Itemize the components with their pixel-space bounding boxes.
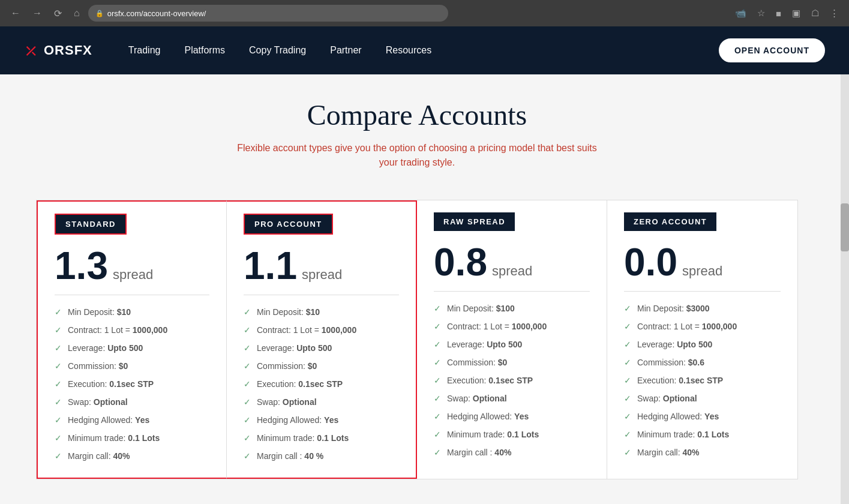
feature-value: Optional <box>94 397 128 407</box>
badge-standard: STANDARD <box>55 214 127 235</box>
url-text: orsfx.com/account-overview/ <box>107 9 206 18</box>
scroll-thumb[interactable] <box>841 203 849 251</box>
list-item: ✓Execution: 0.1sec STP <box>434 376 590 385</box>
feature-value: Upto 500 <box>107 343 143 353</box>
extensions-button[interactable]: ■ <box>773 7 784 20</box>
list-item: ✓Commission: $0.6 <box>624 358 781 367</box>
list-item: ✓Swap: Optional <box>55 397 209 407</box>
check-icon: ✓ <box>624 340 631 349</box>
feature-value: 1000,000 <box>133 325 167 335</box>
feature-value: 0.1sec STP <box>298 379 343 389</box>
check-icon: ✓ <box>434 376 441 385</box>
check-icon: ✓ <box>244 325 251 335</box>
main-content: Compare Accounts Flexible account types … <box>0 74 834 503</box>
nav-platforms[interactable]: Platforms <box>184 45 225 56</box>
list-item: ✓Leverage: Upto 500 <box>244 343 399 353</box>
feature-value: Yes <box>704 412 719 421</box>
open-account-button[interactable]: OPEN ACCOUNT <box>719 38 825 62</box>
feature-value: Yes <box>135 415 149 425</box>
spread-label-standard: spread <box>113 267 153 283</box>
feature-list-zero: ✓Min Deposit: $3000 ✓Contract: 1 Lot = 1… <box>624 304 781 457</box>
list-item: ✓Execution: 0.1sec STP <box>624 376 781 385</box>
list-item: ✓Min Deposit: $10 <box>55 307 209 317</box>
list-item: ✓Min Deposit: $100 <box>434 304 590 313</box>
nav-resources[interactable]: Resources <box>386 45 431 56</box>
spread-divider <box>244 295 399 295</box>
feature-value: 40% <box>113 451 130 461</box>
check-icon: ✓ <box>244 343 251 353</box>
hero-section: Compare Accounts Flexible account types … <box>36 98 798 170</box>
window-button[interactable]: ▣ <box>789 7 803 20</box>
spread-label-pro: spread <box>302 267 342 283</box>
back-button[interactable]: ← <box>7 5 24 21</box>
feature-value: 1000,000 <box>322 325 356 335</box>
account-card-standard: STANDARD 1.3 spread ✓Min Deposit: $10 ✓C… <box>37 200 227 479</box>
list-item: ✓Minimum trade: 0.1 Lots <box>624 430 781 439</box>
feature-value: $0 <box>498 358 508 367</box>
bookmark-button[interactable]: ☆ <box>754 7 768 20</box>
feature-value: 40 % <box>304 451 323 461</box>
check-icon: ✓ <box>244 379 251 389</box>
feature-value: 0.1sec STP <box>109 379 154 389</box>
navbar: ⤫ ORSFX Trading Platforms Copy Trading P… <box>0 26 849 74</box>
nav-copy-trading[interactable]: Copy Trading <box>249 45 306 56</box>
subtitle-line2: your trading style. <box>379 157 455 167</box>
account-card-raw: RAW SPREAD 0.8 spread ✓Min Deposit: $100… <box>417 200 607 479</box>
spread-number-zero: 0.0 <box>624 243 677 281</box>
feature-value: Upto 500 <box>677 340 712 349</box>
list-item: ✓Commission: $0 <box>434 358 590 367</box>
check-icon: ✓ <box>624 376 631 385</box>
check-icon: ✓ <box>434 430 441 439</box>
feature-value: $100 <box>496 304 515 313</box>
spread-number-pro: 1.1 <box>244 247 297 285</box>
list-item: ✓Swap: Optional <box>624 394 781 403</box>
check-icon: ✓ <box>434 394 441 403</box>
scrollbar[interactable] <box>841 74 849 504</box>
list-item: ✓Contract: 1 Lot = 1000,000 <box>434 322 590 331</box>
spread-raw: 0.8 spread <box>434 243 590 281</box>
check-icon: ✓ <box>624 448 631 457</box>
check-icon: ✓ <box>624 394 631 403</box>
menu-button[interactable]: ⋮ <box>827 7 842 20</box>
browser-actions: 📹 ☆ ■ ▣ ☖ ⋮ <box>732 7 842 20</box>
account-card-zero: ZERO ACCOUNT 0.0 spread ✓Min Deposit: $3… <box>607 200 797 479</box>
refresh-button[interactable]: ⟳ <box>50 5 65 22</box>
spread-number-raw: 0.8 <box>434 243 487 281</box>
feature-value: Yes <box>514 412 529 421</box>
list-item: ✓Hedging Allowed: Yes <box>624 412 781 421</box>
feature-list-standard: ✓Min Deposit: $10 ✓Contract: 1 Lot = 100… <box>55 307 209 461</box>
list-item: ✓Hedging Allowed: Yes <box>55 415 209 425</box>
check-icon: ✓ <box>244 361 251 371</box>
nav-trading[interactable]: Trading <box>128 45 161 56</box>
check-icon: ✓ <box>55 433 62 443</box>
logo-icon: ⤫ <box>24 41 38 61</box>
list-item: ✓Leverage: Upto 500 <box>434 340 590 349</box>
check-icon: ✓ <box>55 379 62 389</box>
check-icon: ✓ <box>434 448 441 457</box>
nav-partner[interactable]: Partner <box>330 45 361 56</box>
list-item: ✓Commission: $0 <box>244 361 399 371</box>
feature-value: 40% <box>494 448 511 457</box>
check-icon: ✓ <box>624 412 631 421</box>
badge-pro: PRO ACCOUNT <box>244 214 333 235</box>
check-icon: ✓ <box>624 322 631 331</box>
account-card-pro: PRO ACCOUNT 1.1 spread ✓Min Deposit: $10… <box>227 200 417 479</box>
profile-button[interactable]: ☖ <box>808 7 822 20</box>
list-item: ✓Commission: $0 <box>55 361 209 371</box>
forward-button[interactable]: → <box>29 5 46 21</box>
lock-icon: 🔒 <box>95 10 104 17</box>
check-icon: ✓ <box>434 412 441 421</box>
spread-standard: 1.3 spread <box>55 247 209 285</box>
home-button[interactable]: ⌂ <box>70 5 83 21</box>
check-icon: ✓ <box>434 304 441 313</box>
list-item: ✓Leverage: Upto 500 <box>55 343 209 353</box>
translate-button[interactable]: 📹 <box>732 7 749 20</box>
address-bar[interactable]: 🔒 orsfx.com/account-overview/ <box>88 5 448 22</box>
check-icon: ✓ <box>244 397 251 407</box>
list-item: ✓Contract: 1 Lot = 1000,000 <box>55 325 209 335</box>
check-icon: ✓ <box>244 307 251 317</box>
feature-value: 0.1sec STP <box>488 376 533 385</box>
subtitle-line1: Flexible account types give you the opti… <box>237 143 596 153</box>
list-item: ✓Min Deposit: $3000 <box>624 304 781 313</box>
feature-value: Upto 500 <box>296 343 332 353</box>
